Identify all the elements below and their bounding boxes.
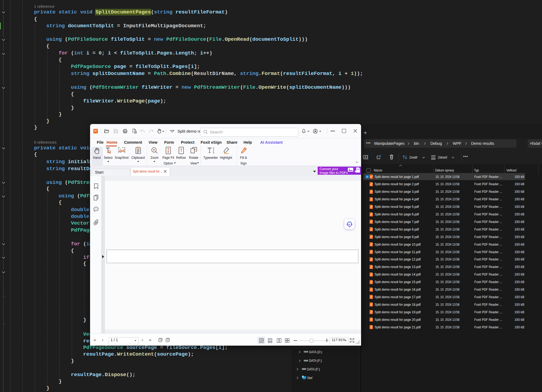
- svg-text:PDF: PDF: [356, 169, 360, 170]
- svg-text:AI: AI: [348, 223, 350, 225]
- svg-text:A: A: [364, 156, 366, 159]
